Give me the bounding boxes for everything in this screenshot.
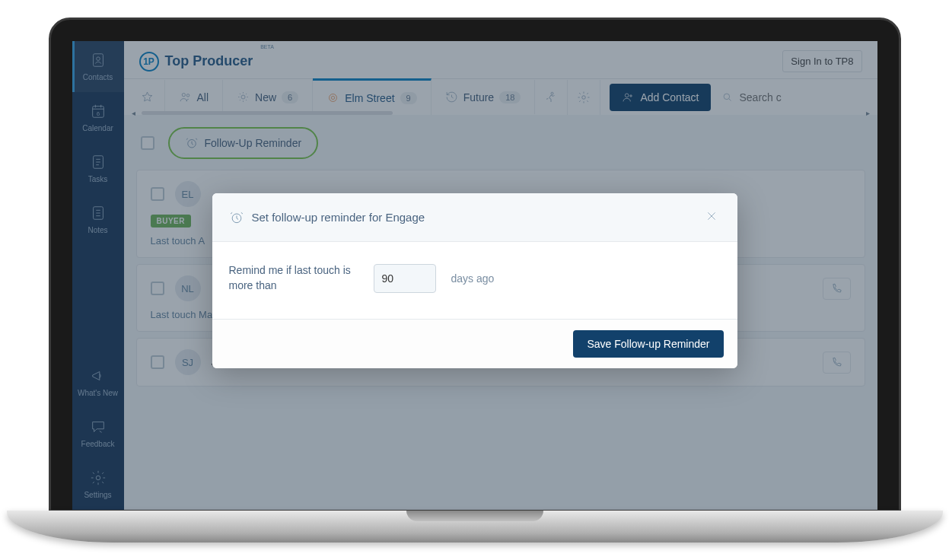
laptop-base [7, 511, 943, 542]
modal-overlay[interactable]: Set follow-up reminder for Engage Remind… [72, 41, 877, 510]
app-root: Contacts 6 Calendar Tasks Notes [72, 41, 877, 510]
close-icon [705, 210, 718, 222]
modal-header: Set follow-up reminder for Engage [212, 193, 737, 242]
modal-footer: Save Follow-up Reminder [212, 319, 737, 368]
laptop-screen: Contacts 6 Calendar Tasks Notes [72, 41, 877, 510]
followup-modal: Set follow-up reminder for Engage Remind… [212, 193, 737, 368]
modal-title: Set follow-up reminder for Engage [252, 211, 425, 224]
laptop-notch [406, 511, 543, 521]
modal-close-button[interactable] [702, 207, 721, 228]
modal-body: Remind me if last touch is more than day… [212, 242, 737, 319]
modal-prompt: Remind me if last touch is more than [229, 263, 358, 293]
days-input[interactable] [374, 264, 436, 293]
laptop-bezel: Contacts 6 Calendar Tasks Notes [49, 18, 901, 512]
days-suffix: days ago [451, 272, 495, 285]
laptop-frame: Contacts 6 Calendar Tasks Notes [49, 18, 901, 542]
alarm-icon [229, 210, 244, 225]
save-reminder-button[interactable]: Save Follow-up Reminder [573, 330, 723, 358]
